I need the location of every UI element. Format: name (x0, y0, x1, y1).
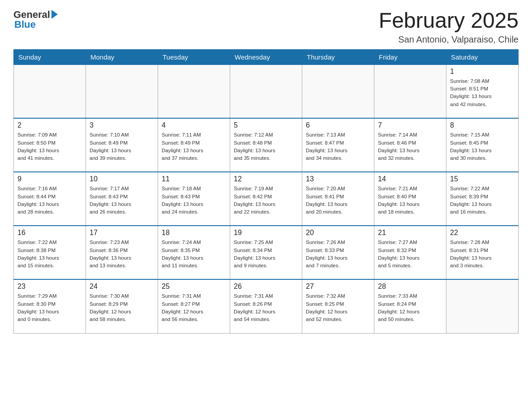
day-info: Sunrise: 7:10 AMSunset: 8:49 PMDaylight:… (90, 131, 154, 162)
day-info: Sunrise: 7:33 AMSunset: 8:24 PMDaylight:… (378, 292, 442, 323)
calendar-week-row: 23Sunrise: 7:29 AMSunset: 8:30 PMDayligh… (14, 279, 519, 333)
day-number: 20 (306, 229, 370, 237)
calendar-day-cell (446, 279, 519, 333)
day-number: 19 (234, 229, 298, 237)
calendar-day-cell (158, 64, 230, 118)
calendar-week-row: 1Sunrise: 7:08 AMSunset: 8:51 PMDaylight… (14, 64, 519, 118)
day-number: 21 (378, 229, 442, 237)
day-number: 1 (450, 68, 515, 76)
weekday-header-friday: Friday (374, 49, 446, 64)
calendar-day-cell: 17Sunrise: 7:23 AMSunset: 8:36 PMDayligh… (86, 226, 158, 279)
day-number: 3 (90, 121, 154, 129)
day-info: Sunrise: 7:18 AMSunset: 8:43 PMDaylight:… (162, 185, 226, 216)
calendar-day-cell: 8Sunrise: 7:15 AMSunset: 8:45 PMDaylight… (446, 118, 519, 172)
calendar-day-cell: 7Sunrise: 7:14 AMSunset: 8:46 PMDaylight… (374, 118, 446, 172)
day-number: 4 (162, 121, 226, 129)
day-number: 24 (90, 283, 154, 291)
day-number: 9 (17, 175, 82, 183)
day-info: Sunrise: 7:22 AMSunset: 8:39 PMDaylight:… (450, 185, 515, 216)
day-info: Sunrise: 7:31 AMSunset: 8:27 PMDaylight:… (162, 292, 226, 323)
weekday-header-tuesday: Tuesday (158, 49, 230, 64)
day-number: 15 (450, 175, 515, 183)
day-info: Sunrise: 7:13 AMSunset: 8:47 PMDaylight:… (306, 131, 370, 162)
weekday-header-monday: Monday (86, 49, 158, 64)
calendar-week-row: 9Sunrise: 7:16 AMSunset: 8:44 PMDaylight… (14, 172, 519, 226)
calendar-day-cell: 18Sunrise: 7:24 AMSunset: 8:35 PMDayligh… (158, 226, 230, 279)
day-number: 22 (450, 229, 515, 237)
day-number: 14 (378, 175, 442, 183)
calendar-day-cell: 21Sunrise: 7:27 AMSunset: 8:32 PMDayligh… (374, 226, 446, 279)
calendar-day-cell: 25Sunrise: 7:31 AMSunset: 8:27 PMDayligh… (158, 279, 230, 333)
calendar-day-cell: 4Sunrise: 7:11 AMSunset: 8:49 PMDaylight… (158, 118, 230, 172)
calendar-day-cell (230, 64, 302, 118)
day-number: 13 (306, 175, 370, 183)
calendar-day-cell: 2Sunrise: 7:09 AMSunset: 8:50 PMDaylight… (14, 118, 86, 172)
day-info: Sunrise: 7:25 AMSunset: 8:34 PMDaylight:… (234, 239, 298, 270)
day-number: 23 (17, 283, 82, 291)
month-title: February 2025 (379, 9, 519, 33)
calendar-day-cell: 15Sunrise: 7:22 AMSunset: 8:39 PMDayligh… (446, 172, 519, 226)
calendar-day-cell: 16Sunrise: 7:22 AMSunset: 8:38 PMDayligh… (14, 226, 86, 279)
day-number: 2 (17, 121, 82, 129)
calendar-day-cell: 5Sunrise: 7:12 AMSunset: 8:48 PMDaylight… (230, 118, 302, 172)
day-number: 6 (306, 121, 370, 129)
calendar-day-cell: 20Sunrise: 7:26 AMSunset: 8:33 PMDayligh… (302, 226, 374, 279)
location-title: San Antonio, Valparaiso, Chile (379, 34, 519, 45)
day-number: 11 (162, 175, 226, 183)
day-number: 25 (162, 283, 226, 291)
day-number: 16 (17, 229, 82, 237)
day-info: Sunrise: 7:15 AMSunset: 8:45 PMDaylight:… (450, 131, 515, 162)
calendar-day-cell (86, 64, 158, 118)
day-info: Sunrise: 7:24 AMSunset: 8:35 PMDaylight:… (162, 239, 226, 270)
calendar-day-cell: 14Sunrise: 7:21 AMSunset: 8:40 PMDayligh… (374, 172, 446, 226)
day-info: Sunrise: 7:19 AMSunset: 8:42 PMDaylight:… (234, 185, 298, 216)
day-number: 7 (378, 121, 442, 129)
day-number: 26 (234, 283, 298, 291)
day-info: Sunrise: 7:11 AMSunset: 8:49 PMDaylight:… (162, 131, 226, 162)
calendar-day-cell: 12Sunrise: 7:19 AMSunset: 8:42 PMDayligh… (230, 172, 302, 226)
calendar-day-cell: 23Sunrise: 7:29 AMSunset: 8:30 PMDayligh… (14, 279, 86, 333)
calendar-day-cell: 1Sunrise: 7:08 AMSunset: 8:51 PMDaylight… (446, 64, 519, 118)
day-number: 17 (90, 229, 154, 237)
logo: General Blue (13, 9, 58, 30)
day-info: Sunrise: 7:16 AMSunset: 8:44 PMDaylight:… (17, 185, 82, 216)
logo-arrow-icon (51, 10, 58, 19)
calendar-day-cell (374, 64, 446, 118)
calendar-day-cell: 19Sunrise: 7:25 AMSunset: 8:34 PMDayligh… (230, 226, 302, 279)
calendar-day-cell: 9Sunrise: 7:16 AMSunset: 8:44 PMDaylight… (14, 172, 86, 226)
day-number: 27 (306, 283, 370, 291)
weekday-header-sunday: Sunday (14, 49, 86, 64)
title-section: February 2025 San Antonio, Valparaiso, C… (379, 9, 519, 45)
calendar-day-cell: 3Sunrise: 7:10 AMSunset: 8:49 PMDaylight… (86, 118, 158, 172)
day-info: Sunrise: 7:22 AMSunset: 8:38 PMDaylight:… (17, 239, 82, 270)
calendar-day-cell (302, 64, 374, 118)
calendar-day-cell: 26Sunrise: 7:31 AMSunset: 8:26 PMDayligh… (230, 279, 302, 333)
calendar-day-cell: 22Sunrise: 7:28 AMSunset: 8:31 PMDayligh… (446, 226, 519, 279)
calendar-week-row: 2Sunrise: 7:09 AMSunset: 8:50 PMDaylight… (14, 118, 519, 172)
weekday-header-wednesday: Wednesday (230, 49, 302, 64)
calendar-day-cell: 6Sunrise: 7:13 AMSunset: 8:47 PMDaylight… (302, 118, 374, 172)
day-info: Sunrise: 7:17 AMSunset: 8:43 PMDaylight:… (90, 185, 154, 216)
day-number: 12 (234, 175, 298, 183)
day-info: Sunrise: 7:30 AMSunset: 8:29 PMDaylight:… (90, 292, 154, 323)
calendar-day-cell (14, 64, 86, 118)
weekday-header-row: SundayMondayTuesdayWednesdayThursdayFrid… (14, 49, 519, 64)
calendar-table: SundayMondayTuesdayWednesdayThursdayFrid… (13, 49, 519, 334)
calendar-day-cell: 27Sunrise: 7:32 AMSunset: 8:25 PMDayligh… (302, 279, 374, 333)
day-info: Sunrise: 7:23 AMSunset: 8:36 PMDaylight:… (90, 239, 154, 270)
logo-blue-text: Blue (13, 19, 36, 30)
day-info: Sunrise: 7:29 AMSunset: 8:30 PMDaylight:… (17, 292, 82, 323)
day-info: Sunrise: 7:12 AMSunset: 8:48 PMDaylight:… (234, 131, 298, 162)
weekday-header-thursday: Thursday (302, 49, 374, 64)
calendar-day-cell: 11Sunrise: 7:18 AMSunset: 8:43 PMDayligh… (158, 172, 230, 226)
day-info: Sunrise: 7:09 AMSunset: 8:50 PMDaylight:… (17, 131, 82, 162)
weekday-header-saturday: Saturday (446, 49, 519, 64)
calendar-day-cell: 10Sunrise: 7:17 AMSunset: 8:43 PMDayligh… (86, 172, 158, 226)
day-info: Sunrise: 7:21 AMSunset: 8:40 PMDaylight:… (378, 185, 442, 216)
page-header: General Blue February 2025 San Antonio, … (13, 9, 519, 45)
day-number: 10 (90, 175, 154, 183)
day-number: 8 (450, 121, 515, 129)
day-info: Sunrise: 7:32 AMSunset: 8:25 PMDaylight:… (306, 292, 370, 323)
day-number: 5 (234, 121, 298, 129)
calendar-day-cell: 28Sunrise: 7:33 AMSunset: 8:24 PMDayligh… (374, 279, 446, 333)
